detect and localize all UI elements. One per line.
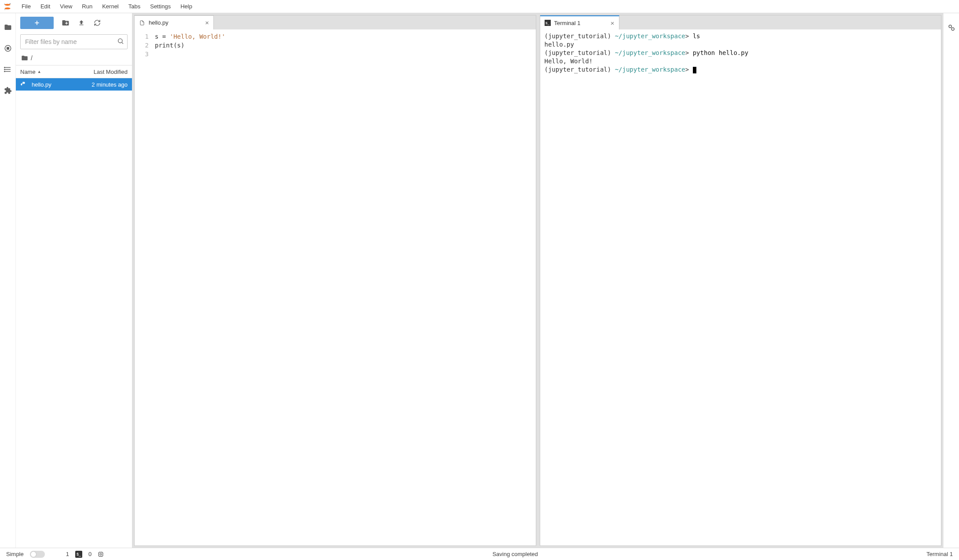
terminal-pane: $_ Terminal 1 × (jupyter_tutorial) ~/jup… — [540, 15, 942, 546]
tab-hello-py[interactable]: hello.py × — [135, 15, 214, 29]
close-icon[interactable]: × — [611, 20, 615, 26]
file-list: hello.py 2 minutes ago — [16, 78, 132, 548]
column-name-header[interactable]: Name ▲ — [20, 69, 79, 75]
menu-edit[interactable]: Edit — [36, 1, 55, 11]
editor-tabbar: hello.py × — [135, 15, 536, 29]
statusbar: Simple 1 $_ 0 Saving completed Terminal … — [0, 548, 959, 560]
status-center-text: Saving completed — [492, 551, 538, 557]
file-browser: / Name ▲ Last Modified hello.py 2 minute… — [16, 13, 132, 548]
svg-point-3 — [4, 9, 5, 10]
editor-body[interactable]: 1 2 3 s = 'Hello, World!'print(s) — [135, 29, 536, 545]
activity-bar — [0, 13, 16, 548]
terminal-icon: $_ — [545, 20, 551, 26]
menu-file[interactable]: File — [17, 1, 36, 11]
svg-point-15 — [118, 39, 122, 43]
filter-files-input[interactable] — [20, 34, 128, 49]
menu-tabs[interactable]: Tabs — [124, 1, 145, 11]
kernel-count[interactable]: 0 — [88, 551, 92, 557]
tab-title: hello.py — [149, 19, 168, 26]
menubar: File Edit View Run Kernel Tabs Settings … — [0, 0, 959, 13]
svg-point-18 — [952, 28, 954, 30]
jupyter-logo-icon[interactable] — [3, 2, 12, 11]
property-inspector-icon[interactable] — [948, 24, 955, 33]
upload-icon[interactable] — [77, 19, 85, 27]
new-folder-icon[interactable] — [62, 19, 70, 27]
svg-rect-6 — [7, 47, 9, 50]
simple-mode-toggle[interactable] — [30, 551, 45, 558]
file-browser-toolbar — [16, 13, 132, 33]
refresh-icon[interactable] — [93, 19, 101, 27]
close-icon[interactable]: × — [205, 19, 209, 26]
right-rail — [943, 13, 959, 548]
file-name: hello.py — [32, 81, 79, 88]
breadcrumb[interactable]: / — [16, 53, 132, 65]
status-right-text[interactable]: Terminal 1 — [926, 551, 953, 557]
file-row[interactable]: hello.py 2 minutes ago — [16, 78, 132, 91]
column-modified-header[interactable]: Last Modified — [79, 69, 128, 75]
tab-terminal-1[interactable]: $_ Terminal 1 × — [540, 15, 619, 29]
menu-help[interactable]: Help — [176, 1, 197, 11]
sort-caret-icon: ▲ — [37, 69, 41, 74]
file-modified: 2 minutes ago — [79, 81, 128, 88]
svg-point-17 — [949, 25, 952, 28]
toc-icon[interactable] — [4, 65, 12, 74]
running-icon[interactable] — [4, 44, 12, 53]
kernel-status-icon[interactable] — [98, 551, 104, 557]
tab-title: Terminal 1 — [554, 20, 581, 26]
new-launcher-button[interactable] — [20, 17, 54, 29]
svg-point-11 — [4, 69, 5, 70]
file-icon — [139, 20, 145, 26]
code-content[interactable]: s = 'Hello, World!'print(s) — [152, 29, 536, 545]
menu-view[interactable]: View — [55, 1, 77, 11]
search-icon — [117, 38, 124, 46]
breadcrumb-path: / — [31, 55, 33, 62]
python-file-icon — [20, 81, 28, 87]
svg-point-0 — [4, 4, 10, 5]
folder-icon[interactable] — [4, 23, 12, 32]
line-gutter: 1 2 3 — [135, 29, 152, 545]
svg-point-4 — [4, 4, 5, 4]
menu-kernel[interactable]: Kernel — [97, 1, 124, 11]
svg-point-12 — [4, 71, 5, 72]
file-list-header: Name ▲ Last Modified — [16, 65, 132, 78]
svg-point-1 — [4, 7, 10, 9]
svg-point-2 — [10, 3, 11, 4]
terminal-badge-icon[interactable]: $_ — [75, 551, 82, 558]
svg-rect-19 — [99, 552, 103, 556]
editor-pane: hello.py × 1 2 3 s = 'Hello, World!'prin… — [134, 15, 536, 546]
dock-panel: hello.py × 1 2 3 s = 'Hello, World!'prin… — [132, 13, 943, 548]
terminal-tabbar: $_ Terminal 1 × — [540, 15, 941, 29]
terminal-body[interactable]: (jupyter_tutorial) ~/jupyter_workspace> … — [540, 29, 941, 545]
extensions-icon[interactable] — [4, 86, 12, 95]
simple-mode-label: Simple — [6, 551, 24, 557]
menu-settings[interactable]: Settings — [145, 1, 176, 11]
svg-point-10 — [4, 67, 5, 68]
terminal-count[interactable]: 1 — [66, 551, 69, 557]
svg-line-16 — [122, 43, 123, 44]
svg-rect-20 — [100, 553, 102, 555]
menu-run[interactable]: Run — [77, 1, 97, 11]
